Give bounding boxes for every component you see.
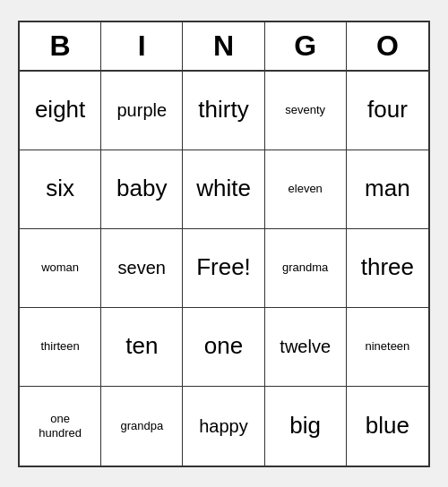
cell-text: man xyxy=(365,175,410,202)
header-letter: N xyxy=(183,22,264,70)
bingo-cell: man xyxy=(347,150,428,229)
bingo-card: BINGO eightpurplethirtyseventyfoursixbab… xyxy=(18,21,430,467)
header-letter: I xyxy=(101,22,183,70)
cell-text: three xyxy=(361,253,414,281)
cell-text: nineteen xyxy=(365,339,409,354)
cell-text: eight xyxy=(35,96,85,124)
bingo-cell: Free! xyxy=(183,229,264,308)
bingo-header: BINGO xyxy=(20,22,428,72)
cell-text: ten xyxy=(125,332,158,360)
cell-text: baby xyxy=(116,175,167,202)
bingo-cell: one hundred xyxy=(20,387,101,466)
cell-text: woman xyxy=(41,261,79,275)
cell-text: twelve xyxy=(280,336,331,357)
cell-text: thirteen xyxy=(40,339,79,354)
bingo-cell: baby xyxy=(101,150,183,229)
bingo-cell: six xyxy=(20,150,101,229)
cell-text: white xyxy=(196,175,251,202)
cell-text: happy xyxy=(199,415,248,437)
header-letter: B xyxy=(20,22,101,70)
bingo-cell: blue xyxy=(347,387,428,466)
bingo-cell: white xyxy=(183,150,264,229)
cell-text: seven xyxy=(118,257,166,278)
cell-text: grandpa xyxy=(120,419,163,433)
bingo-cell: seventy xyxy=(265,72,347,150)
bingo-cell: grandma xyxy=(265,229,347,308)
cell-text: six xyxy=(46,175,74,202)
bingo-cell: seven xyxy=(101,229,183,308)
bingo-cell: purple xyxy=(101,72,183,150)
bingo-cell: one xyxy=(183,308,264,387)
bingo-cell: grandpa xyxy=(101,387,183,466)
cell-text: grandma xyxy=(282,261,328,275)
bingo-cell: nineteen xyxy=(347,308,428,387)
cell-text: thirty xyxy=(198,96,248,124)
bingo-cell: four xyxy=(347,72,428,150)
header-letter: O xyxy=(347,22,428,70)
bingo-cell: twelve xyxy=(265,308,347,387)
cell-text: big xyxy=(289,412,321,440)
bingo-cell: ten xyxy=(101,308,183,387)
bingo-grid: eightpurplethirtyseventyfoursixbabywhite… xyxy=(20,72,428,466)
bingo-cell: three xyxy=(347,229,428,308)
cell-text: purple xyxy=(116,99,167,121)
cell-text: blue xyxy=(366,412,409,440)
cell-text: seventy xyxy=(285,103,325,117)
cell-text: one hundred xyxy=(39,412,82,440)
bingo-cell: big xyxy=(265,387,347,466)
cell-text: Free! xyxy=(196,253,251,281)
header-letter: G xyxy=(265,22,347,70)
bingo-cell: eleven xyxy=(265,150,347,229)
cell-text: four xyxy=(367,96,408,124)
bingo-cell: thirteen xyxy=(20,308,101,387)
cell-text: eleven xyxy=(289,182,323,196)
bingo-cell: eight xyxy=(20,72,101,150)
bingo-cell: happy xyxy=(183,387,264,466)
cell-text: one xyxy=(204,332,243,360)
bingo-cell: woman xyxy=(20,229,101,308)
bingo-cell: thirty xyxy=(183,72,264,150)
